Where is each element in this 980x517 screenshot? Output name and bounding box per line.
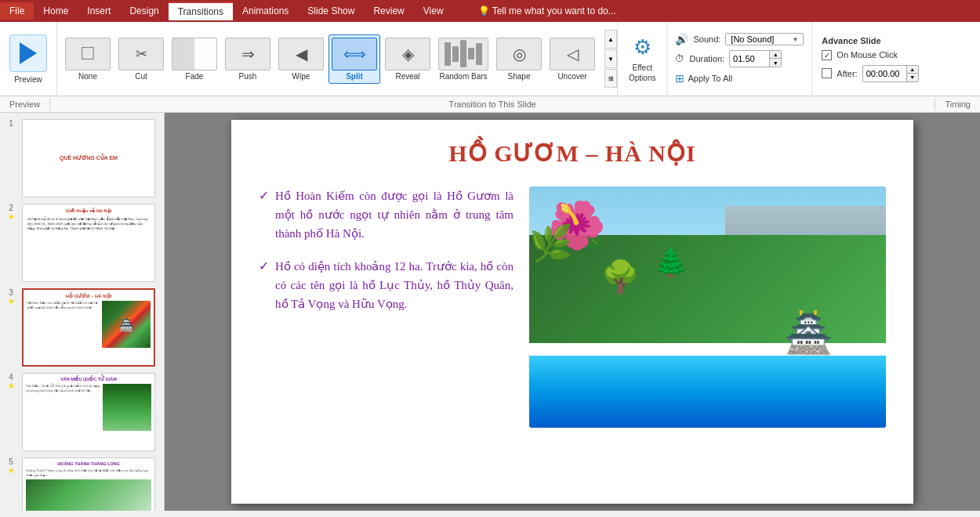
- slide-thumb-4[interactable]: VĂN MIẾU QUỐC TỬ GIÁM Văn Miếu - Quốc Tử…: [22, 373, 155, 451]
- slide-thumb-2[interactable]: Giới thiệu về Hà Nội Hà Nội là thủ đô và…: [22, 204, 155, 282]
- main-slide-text: ✓ Hồ Hoàn Kiếm còn được gọi là Hồ Gươm l…: [259, 186, 514, 313]
- transition-fade[interactable]: Fade: [169, 34, 220, 84]
- effect-options-icon: ⚙: [633, 35, 652, 60]
- checkmark-2: ✓: [259, 258, 269, 273]
- slide-panel: 1 QUÊ HƯƠNG CỦA EM 2 ★ Giới thiệu về Hà …: [0, 113, 165, 511]
- advance-slide-title: Advance Slide: [822, 36, 880, 45]
- menu-insert[interactable]: Insert: [78, 2, 120, 20]
- menu-transitions[interactable]: Transitions: [169, 2, 233, 20]
- slide-3-title: HỒ GƯƠM – HÀ NỘI: [27, 293, 151, 298]
- after-input[interactable]: [863, 68, 906, 79]
- apply-to-all-label: Apply To All: [688, 74, 732, 83]
- main-slide: HỒ GƯƠM – HÀ NỘI ✓ Hồ Hoàn Kiếm còn được…: [231, 120, 913, 504]
- transition-uncover[interactable]: ◁ Uncover: [546, 34, 598, 84]
- scroll-up-arrow[interactable]: ▲: [604, 30, 617, 49]
- section-timing: Timing: [935, 98, 980, 110]
- slide-number-1: 1: [9, 119, 13, 128]
- slide-item-5[interactable]: 5 ★ HOÀNG THÀNH THĂNG LONG Hoàng Thành T…: [3, 457, 161, 511]
- effect-options-label: EffectOptions: [629, 63, 655, 83]
- transition-none[interactable]: ☐ None: [62, 34, 114, 84]
- transition-shape[interactable]: ◎ Shape: [493, 34, 545, 84]
- slide-2-content: Hà Nội là thủ đô và là thành phố lớn nhấ…: [26, 215, 151, 233]
- slide-thumb-1[interactable]: QUÊ HƯƠNG CỦA EM: [22, 119, 155, 197]
- duration-input[interactable]: [730, 53, 769, 64]
- transition-push[interactable]: ⇒ Push: [222, 34, 274, 84]
- slide-4-img: [103, 384, 151, 431]
- duration-down[interactable]: ▼: [770, 59, 781, 67]
- transition-reveal[interactable]: ◈ Reveal: [382, 34, 434, 84]
- slide-thumb-3[interactable]: HỒ GƯƠM – HÀ NỘI Hồ Hoàn Kiếm còn được g…: [22, 288, 155, 367]
- menu-file[interactable]: File: [0, 2, 34, 20]
- main-slide-image: 🌺 🌿 🏯 🌳 🌲: [529, 186, 886, 428]
- sound-icon: 🔊: [675, 33, 688, 45]
- section-transition: Transition to This Slide: [50, 98, 935, 110]
- menu-review[interactable]: Review: [364, 2, 413, 20]
- section-preview: Preview: [0, 98, 50, 110]
- menu-animations[interactable]: Animations: [233, 2, 298, 20]
- on-mouse-click-checkbox[interactable]: ✓: [822, 50, 832, 60]
- sound-dropdown[interactable]: [No Sound] ▼: [725, 33, 804, 45]
- slide-star-2: ★: [8, 212, 15, 221]
- transition-shape-label: Shape: [508, 72, 531, 81]
- sound-label: Sound:: [693, 34, 720, 44]
- menu-design[interactable]: Design: [120, 2, 168, 20]
- slide-4-title: VĂN MIẾU QUỐC TỬ GIÁM: [26, 377, 151, 381]
- on-mouse-click-label: On Mouse Click: [837, 50, 898, 60]
- sound-value: [No Sound]: [731, 34, 774, 44]
- slide-1-title: QUÊ HƯƠNG CỦA EM: [56, 152, 121, 164]
- slide-star-3: ★: [8, 297, 15, 306]
- menu-view[interactable]: View: [414, 2, 453, 20]
- transition-push-label: Push: [239, 72, 257, 81]
- slide-view: HỒ GƯƠM – HÀ NỘI ✓ Hồ Hoàn Kiếm còn được…: [165, 113, 980, 511]
- transition-split[interactable]: ⟺ Split: [328, 34, 380, 84]
- bullet-text-1: Hồ Hoàn Kiếm còn được gọi là Hồ Gươm là …: [275, 186, 514, 243]
- after-label: After:: [837, 69, 857, 78]
- transition-fade-label: Fade: [186, 72, 204, 81]
- slide-3-img: 🏯: [102, 301, 151, 348]
- duration-label: Duration:: [689, 54, 724, 63]
- bullet-text-2: Hồ có diện tích khoảng 12 ha. Trước kia,…: [275, 257, 514, 313]
- transition-reveal-label: Reveal: [395, 72, 419, 81]
- transition-randombars-label: Random Bars: [439, 72, 487, 81]
- slide-thumb-5[interactable]: HOÀNG THÀNH THĂNG LONG Hoàng Thành Thăng…: [22, 457, 155, 511]
- slide-3-text: Hồ Hoàn Kiếm còn được gọi là Hồ Gươm là …: [27, 301, 100, 348]
- transition-cut-label: Cut: [135, 72, 147, 81]
- after-checkbox[interactable]: [822, 68, 832, 78]
- slide-5-title: HOÀNG THÀNH THĂNG LONG: [26, 461, 151, 466]
- sound-dropdown-arrow: ▼: [792, 36, 798, 43]
- transition-cut[interactable]: ✂ Cut: [115, 34, 167, 84]
- duration-up[interactable]: ▲: [770, 51, 781, 59]
- slide-number-4: 4: [9, 373, 13, 381]
- after-down[interactable]: ▼: [907, 74, 918, 81]
- slide-number-5: 5: [9, 457, 13, 466]
- apply-to-all-button[interactable]: ⊞ Apply To All: [675, 72, 804, 85]
- scroll-expand-arrow[interactable]: ⊞: [604, 69, 617, 88]
- scroll-down-arrow[interactable]: ▼: [604, 49, 617, 68]
- preview-label: Preview: [14, 75, 42, 84]
- slide-item-1[interactable]: 1 QUÊ HƯƠNG CỦA EM: [3, 119, 161, 197]
- menu-home[interactable]: Home: [34, 2, 78, 20]
- effect-options-button[interactable]: ⚙ EffectOptions: [618, 22, 667, 96]
- menu-help[interactable]: 💡 Tell me what you want to do...: [469, 2, 626, 20]
- slide-item-2[interactable]: 2 ★ Giới thiệu về Hà Nội Hà Nội là thủ đ…: [3, 204, 161, 282]
- transition-split-label: Split: [346, 72, 363, 81]
- apply-to-all-icon: ⊞: [675, 72, 684, 85]
- slide-number-2: 2: [9, 204, 13, 212]
- transition-wipe[interactable]: ◀ Wipe: [275, 34, 327, 84]
- duration-icon: ⏱: [675, 53, 684, 64]
- transition-none-label: None: [78, 72, 97, 81]
- menu-slideshow[interactable]: Slide Show: [298, 2, 364, 20]
- main-slide-title: HỒ GƯƠM – HÀ NỘI: [259, 139, 886, 167]
- after-up[interactable]: ▲: [907, 66, 918, 74]
- slide-5-text: Hoàng Thành Thăng Long là công trình kiế…: [26, 468, 151, 477]
- transition-uncover-label: Uncover: [557, 72, 586, 81]
- slide-5-img: [26, 479, 151, 511]
- slide-item-3[interactable]: 3 ★ HỒ GƯƠM – HÀ NỘI Hồ Hoàn Kiếm còn đư…: [3, 288, 161, 367]
- checkmark-1: ✓: [259, 188, 269, 203]
- slide-star-5: ★: [8, 466, 15, 475]
- transition-randombars[interactable]: Random Bars: [435, 34, 492, 84]
- slide-4-text: Văn Miếu - Quốc Tử Giám là quần thể di t…: [26, 384, 101, 431]
- preview-icon: [9, 34, 47, 72]
- preview-button[interactable]: Preview: [0, 22, 57, 96]
- slide-item-4[interactable]: 4 ★ VĂN MIẾU QUỐC TỬ GIÁM Văn Miếu - Quố…: [3, 373, 161, 451]
